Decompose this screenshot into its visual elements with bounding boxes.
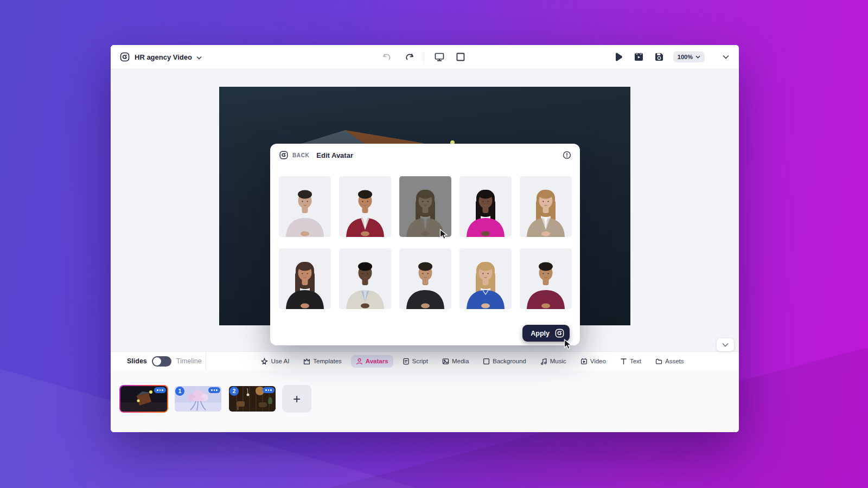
- slide-number-badge: 1: [175, 387, 184, 396]
- brand-logo-icon: [119, 52, 130, 62]
- avatar-option-4[interactable]: [459, 176, 512, 237]
- templates-icon: [303, 358, 310, 365]
- modal-title: Edit Avatar: [316, 151, 353, 159]
- app-window: HR agency Video: [111, 45, 739, 432]
- slide-menu-button[interactable]: [208, 387, 220, 393]
- bottom-tabbar: Slides Timeline Use AITemplatesAvatarsSc…: [111, 351, 739, 370]
- modal-footer: Apply: [522, 325, 570, 342]
- tab-label: Templates: [313, 358, 341, 364]
- enter-icon: [554, 328, 565, 338]
- video-icon: [580, 358, 588, 365]
- generate-video-button[interactable]: [633, 51, 645, 63]
- tab-background[interactable]: Background: [478, 355, 531, 368]
- zoom-level-value: 100%: [678, 54, 693, 60]
- view-mode-switch: Slides Timeline: [111, 352, 206, 370]
- tab-label: Script: [412, 358, 428, 364]
- assets-icon: [655, 358, 662, 365]
- avatar-option-1[interactable]: [279, 176, 331, 237]
- avatar-hover-overlay: [399, 176, 451, 237]
- music-icon: [540, 358, 547, 365]
- avatar-option-2[interactable]: [339, 176, 391, 237]
- tab-label: Use AI: [271, 358, 289, 364]
- avatar-option-8[interactable]: [399, 248, 451, 309]
- slide-thumbnail-1[interactable]: [119, 385, 168, 413]
- project-title: HR agency Video: [135, 53, 192, 61]
- tab-label: Avatars: [366, 358, 388, 364]
- redo-button[interactable]: [403, 52, 415, 63]
- avatar-option-5[interactable]: [520, 176, 572, 237]
- save-button[interactable]: [653, 51, 665, 63]
- avatar-option-10[interactable]: [520, 248, 572, 309]
- tab-avatars[interactable]: Avatars: [351, 355, 393, 368]
- tab-assets[interactable]: Assets: [650, 355, 689, 368]
- tab-templates[interactable]: Templates: [298, 355, 346, 368]
- media-icon: [442, 358, 449, 365]
- script-icon: [403, 358, 410, 365]
- apply-button[interactable]: Apply: [522, 325, 570, 342]
- tab-use-ai[interactable]: Use AI: [256, 355, 294, 368]
- tab-label: Media: [452, 358, 469, 364]
- chevron-down-icon: [196, 52, 202, 62]
- slide-strip: 12+: [111, 370, 739, 432]
- text-icon: [620, 358, 627, 365]
- modal-header: BACK Edit Avatar: [270, 144, 580, 166]
- background-icon: [483, 358, 490, 365]
- project-title-menu[interactable]: HR agency Video: [119, 52, 202, 62]
- frame-aspect-button[interactable]: [455, 51, 467, 63]
- tab-label: Video: [590, 358, 606, 364]
- tab-script[interactable]: Script: [398, 355, 433, 368]
- avatars-icon: [356, 358, 363, 365]
- tab-label: Background: [493, 358, 526, 364]
- edit-avatar-modal: BACK Edit Avatar Apply: [270, 144, 580, 345]
- back-label: BACK: [292, 152, 309, 158]
- presenter-view-button[interactable]: [433, 51, 446, 63]
- tab-music[interactable]: Music: [535, 355, 571, 368]
- toolbar-collapse-button[interactable]: [722, 54, 730, 60]
- tab-label: Music: [550, 358, 566, 364]
- slide-menu-button[interactable]: [263, 387, 275, 393]
- editor-tabs: Use AITemplatesAvatarsScriptMediaBackgro…: [206, 355, 739, 368]
- slide-thumbnail-3[interactable]: 2: [228, 385, 277, 413]
- toggle-knob: [153, 357, 161, 365]
- export-controls: 100%: [613, 51, 730, 63]
- avatar-grid: [270, 176, 580, 309]
- add-slide-button[interactable]: +: [282, 385, 311, 413]
- tab-media[interactable]: Media: [437, 355, 474, 368]
- play-preview-button[interactable]: [613, 51, 624, 63]
- slides-mode-label: Slides: [127, 357, 147, 365]
- toolbar-divider: [424, 52, 424, 62]
- slides-timeline-toggle[interactable]: [152, 356, 171, 367]
- zoom-level-dropdown[interactable]: 100%: [673, 52, 705, 62]
- editor-stage: BACK Edit Avatar Apply: [111, 69, 739, 351]
- apply-label: Apply: [531, 330, 550, 337]
- slide-number-badge: 2: [229, 387, 239, 396]
- top-toolbar: HR agency Video: [111, 45, 739, 69]
- avatar-option-3[interactable]: [399, 176, 451, 237]
- tab-text[interactable]: Text: [615, 355, 646, 368]
- slide-menu-button[interactable]: [154, 387, 166, 393]
- back-button[interactable]: BACK: [279, 150, 309, 160]
- tab-label: Text: [630, 358, 641, 364]
- info-icon[interactable]: [563, 151, 571, 159]
- panel-collapse-button[interactable]: [717, 338, 734, 351]
- slide-thumbnail-2[interactable]: 1: [174, 385, 222, 413]
- avatar-option-7[interactable]: [339, 248, 391, 309]
- history-view-controls: [381, 51, 467, 63]
- undo-button[interactable]: [381, 52, 394, 63]
- tab-label: Assets: [665, 358, 684, 364]
- tab-video[interactable]: Video: [576, 355, 611, 368]
- magic-icon: [261, 358, 268, 365]
- back-icon: [279, 150, 289, 160]
- avatar-option-9[interactable]: [459, 248, 512, 309]
- avatar-option-6[interactable]: [279, 248, 331, 309]
- timeline-mode-label: Timeline: [176, 357, 202, 365]
